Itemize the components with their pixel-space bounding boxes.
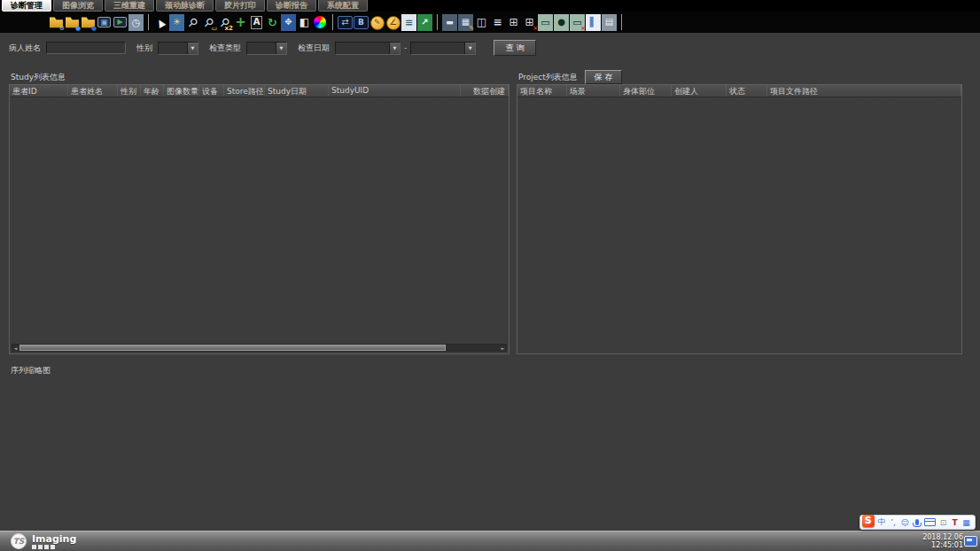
toolbox-icon[interactable]: ▦	[962, 516, 970, 528]
column-header-patient-id[interactable]: 患者ID	[10, 85, 68, 97]
row-layout-icon[interactable]: ≡	[490, 14, 505, 31]
soft-keyboard-icon[interactable]	[924, 516, 936, 528]
export-device-icon-glyph: ▤	[605, 18, 613, 27]
rect-roi-icon[interactable]: ▭	[538, 14, 553, 31]
column-highlight-icon[interactable]: ▌	[586, 14, 601, 31]
import-study-folder-icon[interactable]: ●	[65, 14, 80, 31]
import-image-icon[interactable]: ▶	[113, 14, 128, 31]
column-highlight-icon-glyph: ▌	[590, 18, 597, 27]
tab-3d-reconstruction[interactable]: 三维重建	[105, 0, 154, 12]
project-table-body	[517, 97, 961, 345]
image-viewer-icon[interactable]: ▣	[97, 14, 112, 31]
image-viewer-icon-glyph: ▣	[100, 19, 108, 27]
column-header-status[interactable]: 状态	[727, 85, 767, 97]
screenshot-icon[interactable]: ⊡	[939, 516, 947, 528]
punctuation-mode-icon[interactable]: ’,	[890, 516, 898, 528]
zoom-region-icon[interactable]: ⚲▭	[201, 14, 216, 31]
export-image-icon[interactable]: ↗	[417, 14, 432, 31]
tab-carotid-diagnosis[interactable]: 颈动脉诊断	[156, 0, 214, 12]
single-layout-icon[interactable]: ▬	[442, 14, 457, 31]
chevron-down-icon[interactable]: ▼	[389, 43, 400, 54]
chevron-down-icon[interactable]: ▼	[187, 43, 198, 54]
query-button[interactable]: 查 询	[494, 40, 536, 56]
color-palette-icon[interactable]	[313, 14, 328, 31]
gender-select[interactable]: ▼	[158, 42, 198, 55]
text-annotation-icon[interactable]: A	[249, 14, 264, 31]
grid-layout-icon[interactable]: ⊞	[506, 14, 521, 31]
tab-diagnosis-management[interactable]: 诊断管理	[2, 0, 51, 12]
pointer-cursor-icon[interactable]: ▲	[153, 14, 168, 31]
scroll-right-icon[interactable]: ►	[500, 345, 506, 351]
brand-seal-icon	[38, 545, 43, 549]
date-to-select[interactable]: ▼	[410, 42, 476, 55]
exam-type-select[interactable]: ▼	[246, 42, 287, 55]
export-device-icon[interactable]: ▤	[602, 14, 617, 31]
open-study-folder-icon[interactable]: ⚙	[49, 14, 64, 31]
column-header-data-created[interactable]: 数据创建	[461, 85, 509, 97]
column-header-age[interactable]: 年龄	[141, 85, 164, 97]
layout-settings-icon[interactable]: ▦✎	[458, 14, 473, 31]
chevron-down-icon[interactable]: ▼	[464, 43, 475, 54]
brand-seal-icon	[51, 545, 55, 549]
input-mode-chinese-icon[interactable]: 中	[878, 516, 886, 528]
system-clock[interactable]: 2018.12.06 12:45:01	[922, 533, 963, 549]
tab-film-print[interactable]: 胶片打印	[215, 0, 265, 12]
sogou-logo-icon[interactable]: S	[862, 515, 875, 527]
column-header-patient-name[interactable]: 患者姓名	[68, 85, 118, 97]
column-header-device[interactable]: 设备	[199, 85, 224, 97]
zoom-2x-icon[interactable]: ⚲x2	[217, 14, 232, 31]
zoom-icon[interactable]: ⚲	[185, 14, 200, 31]
tab-diagnosis-report[interactable]: 诊断报告	[267, 0, 316, 12]
preset-window-icon[interactable]: B	[354, 14, 369, 31]
date-to-value	[411, 43, 464, 54]
tab-system-config[interactable]: 系统配置	[318, 0, 368, 12]
archive-history-icon[interactable]: ◷	[128, 14, 144, 31]
measure-angle-icon[interactable]: ∠	[385, 14, 401, 31]
study-panel: 患者ID患者姓名性别年龄图像数量设备Store路径Study日期StudyUID…	[9, 84, 509, 354]
column-header-gender[interactable]: 性别	[118, 85, 141, 97]
language-bar-icon[interactable]	[964, 536, 977, 547]
scrollbar-thumb[interactable]	[19, 345, 446, 351]
ellipse-roi-icon[interactable]: ●	[554, 14, 569, 31]
search-row: 病人姓名 性别 ▼ 检查类型 ▼ 检查日期 ▼ - ▼ 查 询	[9, 41, 536, 55]
tab-image-browse[interactable]: 图像浏览	[53, 0, 103, 12]
refresh-icon-glyph: ↻	[268, 17, 277, 28]
brand-logo: TS	[11, 533, 27, 549]
patient-name-input[interactable]	[46, 42, 126, 54]
refresh-icon[interactable]: ↻	[265, 14, 280, 31]
column-header-creator[interactable]: 创建人	[672, 85, 727, 97]
invert-icon[interactable]: ◧	[297, 14, 312, 31]
two-column-layout-icon[interactable]: ◫	[474, 14, 489, 31]
date-range-separator: -	[404, 43, 407, 52]
column-header-study-date[interactable]: Study日期	[265, 85, 329, 97]
brand-seal-icon	[32, 545, 36, 549]
measure-length-icon[interactable]: ✎	[369, 14, 385, 31]
column-header-body-part[interactable]: 身体部位	[620, 85, 672, 97]
brand-seal-icons	[32, 545, 76, 549]
fit-to-window-icon[interactable]: ✥	[281, 14, 296, 31]
column-header-image-count[interactable]: 图像数量	[164, 85, 199, 97]
study-table-hscrollbar[interactable]: ◄ ►	[12, 344, 507, 352]
date-from-select[interactable]: ▼	[335, 42, 401, 55]
report-notes-icon[interactable]: ≡	[401, 14, 416, 31]
sync-study-folder-icon[interactable]: ●	[81, 14, 96, 31]
save-button[interactable]: 保 存	[585, 70, 622, 84]
brand-block: Imaging	[32, 534, 76, 549]
column-header-file-path[interactable]: 项目文件路径	[767, 85, 961, 97]
scroll-left-icon[interactable]: ◄	[12, 345, 19, 351]
column-header-scene[interactable]: 场景	[567, 85, 620, 97]
voice-input-icon[interactable]	[913, 516, 921, 528]
chevron-down-icon[interactable]: ▼	[276, 43, 286, 54]
delete-roi-icon[interactable]: ▭×	[570, 14, 585, 31]
close-layout-icon[interactable]: ⊞×	[522, 14, 537, 31]
column-header-project-name[interactable]: 项目名称	[517, 85, 567, 97]
pan-icon[interactable]: +	[233, 14, 248, 31]
project-panel: 项目名称场景身体部位创建人状态项目文件路径	[517, 84, 962, 354]
skin-icon[interactable]: T	[951, 516, 959, 528]
window-width-level-icon[interactable]: ⇄	[338, 14, 353, 31]
window-level-icon[interactable]: ☀	[169, 14, 184, 31]
column-header-store-path[interactable]: Store路径	[224, 85, 265, 97]
column-header-study-uid[interactable]: StudyUID	[329, 85, 461, 97]
emoji-icon[interactable]: ☺	[901, 516, 909, 528]
brand-seal-icon	[44, 545, 49, 549]
